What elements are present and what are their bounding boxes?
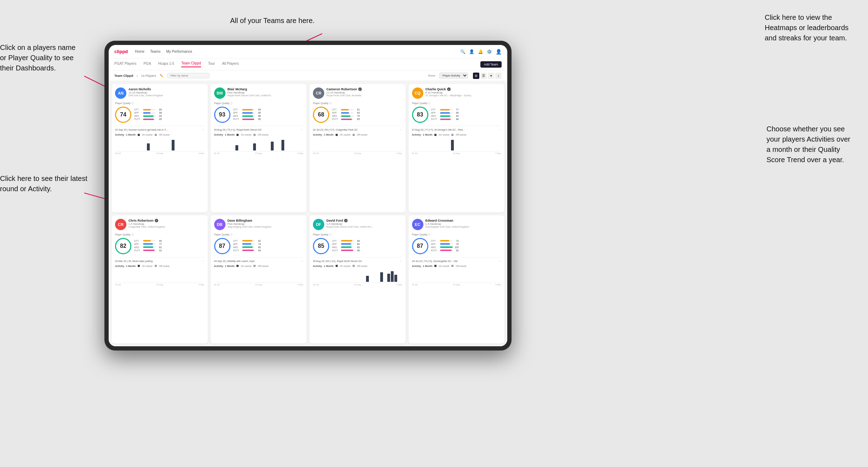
stat-value: 80 [454,112,459,114]
player-name[interactable]: Dave Billingham [228,219,303,222]
quality-circle[interactable]: 85 [313,238,329,254]
avatar-icon[interactable]: 👤 [496,49,502,55]
stat-label: OTT [134,240,142,242]
player-handicap: Plus Handicap [228,222,303,226]
recent-round[interactable]: 26 Aug 23 | 73 (+1), Royal North Devon G… [214,126,303,131]
separator: | [137,74,137,77]
recent-round[interactable]: 18 Jul 23 | 74 (+3), Sunningdale GC - Ol… [412,257,501,263]
sort-icon[interactable]: ↕ [495,73,502,79]
filter-icon[interactable]: ▾ [488,73,494,79]
recent-round[interactable]: 26 Aug 23 | 84 (+12), Royal North Devon … [313,257,402,263]
player-name[interactable]: Cameron Robertson ✓ [326,87,402,91]
stat-bar-fill [242,109,253,110]
stat-bar-bg [143,115,156,117]
chart-date-end: 4 Sep [297,284,303,286]
edit-icon[interactable]: ✏️ [160,74,164,78]
quality-circle[interactable]: 74 [115,107,131,123]
player-name[interactable]: Charlie Quick ✓ [426,87,501,91]
stat-row: OTT 60 [134,108,204,111]
player-name[interactable]: Edward Crossman [426,219,501,222]
stat-bar-fill [143,112,150,114]
stat-row: ARG 84 [134,115,204,117]
recent-round[interactable]: 02 Sep 23 | Sunrise round to get back in… [115,126,204,131]
quality-circle[interactable]: 83 [412,107,428,123]
off-course-label: Off course [456,133,466,136]
stat-bar-fill [341,246,352,248]
player-card[interactable]: AN Aaron Nicholls 11-15 Handicap Drift G… [112,84,208,212]
settings-icon[interactable]: ⚙️ [487,49,492,54]
recent-round[interactable]: 02 Jul 23 | 59 (+17), Craigmillar Park G… [313,126,402,131]
search-icon[interactable]: 🔍 [460,49,466,54]
stat-bar-bg [143,112,156,114]
stat-bar-bg [242,109,255,110]
stat-value: 75 [355,115,360,117]
stat-bar-fill [242,250,254,251]
stat-label: OTT [134,108,142,111]
activity-header: Activity · 1 Month On course Off course [313,265,402,267]
player-card[interactable]: CR Cameron Robertson ✓ 11-15 Handicap Ro… [309,84,406,212]
bell-icon[interactable]: 🔔 [478,49,483,54]
person-icon[interactable]: 👤 [469,49,474,54]
tab-tour[interactable]: Tour [208,62,215,67]
nav-home[interactable]: Home [135,50,144,53]
tab-pga[interactable]: PGA [143,62,151,67]
chart-date-end: 4 Sep [199,284,204,286]
add-team-button[interactable]: Add Team [480,61,502,68]
player-name[interactable]: Aaron Nicholls [129,87,204,91]
quality-circle[interactable]: 68 [313,107,329,123]
round-arrow: → [300,260,303,263]
recent-round[interactable]: 07 Aug 23 | 77 (+7), St George's Hill GC… [412,126,501,131]
stat-label: APP [332,112,340,114]
round-arrow: → [300,128,303,131]
stat-value: 84 [157,115,162,117]
quality-circle[interactable]: 87 [412,238,428,254]
tab-pgat[interactable]: PGAT Players [114,62,136,67]
tab-team-clippd[interactable]: Team Clippd [181,61,201,67]
annotation-left-top: Click on a players name or Player Qualit… [0,42,75,73]
player-card[interactable]: CQ Charlie Quick ✓ 6-10 Handicap St. Geo… [409,84,505,212]
list-view-icon[interactable]: ☰ [480,73,487,79]
player-card[interactable]: DF David Ford ✓ 1-5 Handicap Royal North… [309,215,406,344]
player-card[interactable]: EC Edward Crossman 1-5 Handicap Sunningd… [409,215,505,344]
recent-round[interactable]: 03 Mar 23 | 19, Must make putting → [115,257,204,263]
stat-bar-bg [242,243,255,245]
grid-view-icon[interactable]: ⊞ [473,73,479,79]
search-input[interactable] [167,73,210,78]
nav-performance[interactable]: My Performance [166,50,192,53]
off-course-dot [353,134,355,136]
player-card[interactable]: BM Blair McHarg Plus Handicap Royal Nort… [211,84,307,212]
verified-badge: ✓ [155,219,158,222]
tab-all-players[interactable]: All Players [222,62,239,67]
stats-rows: OTT 60 APP 58 ARG 84 PUTT 8 [134,108,204,121]
quality-circle[interactable]: 93 [214,107,230,123]
chart-dates: 31 Jul 21 Aug 4 Sep [412,284,501,286]
annotation-top-right: Click here to view the Heatmaps or leade… [765,12,849,43]
stat-value: 82 [256,240,261,242]
nav-links: Home Teams My Performance [135,50,192,53]
quality-circle[interactable]: 82 [115,238,131,254]
on-course-dot [336,265,338,267]
stat-row: OTT 82 [233,240,303,242]
player-card[interactable]: DB Dave Billingham Plus Handicap Stag Ma… [211,215,307,344]
player-card[interactable]: CR Chris Robertson ✓ 1-5 Handicap Craigm… [112,215,208,344]
player-name[interactable]: Blair McHarg [228,87,303,91]
quality-circle[interactable]: 87 [214,238,230,254]
show-select[interactable]: Player Activity [439,73,468,79]
tab-hcaps[interactable]: Hcaps 1-5 [158,62,175,67]
stat-value: 61 [355,108,360,111]
activity-header: Activity · 1 Month On course Off course [115,133,204,136]
recent-round[interactable]: 04 Sep 23 | Mobility with coach, Gym → [214,257,303,263]
off-course-label: Off course [258,265,268,267]
player-name[interactable]: Chris Robertson ✓ [129,219,204,222]
player-name[interactable]: David Ford ✓ [326,219,402,222]
nav-teams[interactable]: Teams [150,50,160,53]
view-icons: ⊞ ☰ ▾ ↕ [473,73,502,79]
activity-section: Activity · 1 Month On course Off course … [412,133,501,154]
stat-bar-fill [341,115,350,117]
player-avatar: BM [214,87,225,99]
chart-bar [451,140,454,150]
stat-bar-fill [440,240,449,241]
stat-bar-bg [143,109,156,110]
chart-area [115,137,204,152]
chart-bar [172,140,175,150]
